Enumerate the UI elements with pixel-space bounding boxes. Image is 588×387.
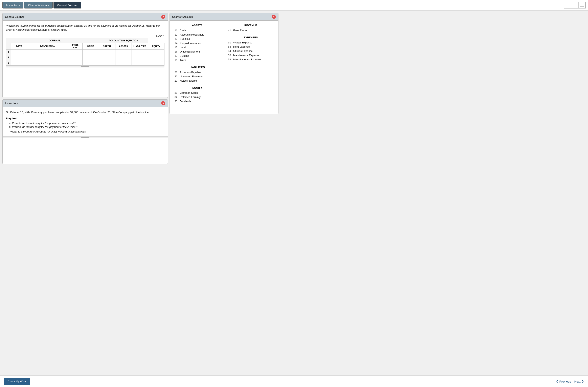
coa-exp-51: 51 Wages Expense <box>228 41 273 44</box>
instructions-scroll-handle <box>81 137 89 138</box>
credit-cell-3[interactable] <box>99 60 115 66</box>
coa-asset-16: 16 Office Equipment <box>174 50 220 53</box>
coa-equity-31-num: 31 <box>174 91 179 94</box>
journal-panel-body: Provide the journal entries for the purc… <box>3 21 168 71</box>
row-num-1: 1 <box>6 50 11 55</box>
postref-cell-2[interactable] <box>68 55 83 60</box>
equity-cell-2[interactable] <box>148 55 164 60</box>
date-cell-3[interactable] <box>11 60 27 66</box>
tab-instructions[interactable]: Instructions <box>2 2 23 8</box>
journal-panel-title: General Journal <box>5 15 24 18</box>
debit-cell-3[interactable] <box>83 60 99 66</box>
instructions-scrollbar[interactable] <box>3 136 168 138</box>
nav-right-controls <box>564 2 586 8</box>
journal-section-label: JOURNAL <box>11 38 99 43</box>
coa-liab-23-num: 23 <box>174 79 179 82</box>
instructions-panel-title: Instructions <box>5 102 18 105</box>
coa-liab-22-name: Unearned Revenue <box>180 75 203 78</box>
desc-cell-1[interactable] <box>27 50 68 55</box>
coa-asset-15: 15 Land <box>174 46 220 49</box>
coa-asset-18-num: 18 <box>174 59 179 62</box>
desc-cell-3[interactable] <box>27 60 68 66</box>
row-num-3: 3 <box>6 60 11 66</box>
coa-asset-11-num: 11 <box>174 29 179 32</box>
coa-equity-title: EQUITY <box>174 86 220 89</box>
journal-scrollbar[interactable] <box>6 66 165 68</box>
assets-cell-3[interactable] <box>115 60 132 66</box>
coa-exp-59-num: 59 <box>228 58 232 61</box>
instructions-list: a. Provide the journal entry for the pur… <box>9 122 165 128</box>
tab-general-journal[interactable]: General Journal <box>53 2 81 8</box>
journal-panel-close[interactable]: × <box>161 15 165 19</box>
coa-exp-51-name: Wages Expense <box>233 41 252 44</box>
instructions-panel-close[interactable]: × <box>161 101 165 105</box>
instructions-panel: Instructions × On October 10, Nikle Comp… <box>2 99 168 164</box>
coa-equity-31: 31 Common Stock <box>174 91 220 94</box>
coa-exp-53-num: 53 <box>228 45 232 48</box>
col-description: DESCRIPTION <box>27 43 68 50</box>
coa-rev-41-name: Fees Earned <box>233 29 248 32</box>
coa-expenses-section: EXPENSES 51 Wages Expense 53 Rent Expens… <box>228 36 273 61</box>
coa-exp-53-name: Rent Expense <box>233 45 250 48</box>
desc-cell-2[interactable] <box>27 55 68 60</box>
credit-cell-1[interactable] <box>99 50 115 55</box>
coa-liabilities-section: LIABILITIES 21 Accounts Payable 22 Unear… <box>174 66 220 82</box>
list-item-a-text: Provide the journal entry for the purcha… <box>12 122 75 125</box>
postref-cell-1[interactable] <box>68 50 83 55</box>
coa-asset-17-num: 17 <box>174 54 179 57</box>
equity-cell-1[interactable] <box>148 50 164 55</box>
previous-button[interactable]: ❮ Previous <box>556 380 571 383</box>
tab-chart-of-accounts[interactable]: Chart of Accounts <box>24 2 53 8</box>
assets-cell-2[interactable] <box>115 55 132 60</box>
date-cell-2[interactable] <box>11 55 27 60</box>
nav-square-btn-2[interactable] <box>571 2 578 8</box>
next-button[interactable]: Next ❯ <box>574 380 584 383</box>
coa-revenue-title: REVENUE <box>228 24 273 27</box>
coa-equity-33-num: 33 <box>174 100 179 103</box>
coa-liab-22: 22 Unearned Revenue <box>174 75 220 78</box>
coa-expenses-title: EXPENSES <box>228 36 273 39</box>
coa-asset-14-num: 14 <box>174 42 179 45</box>
check-my-work-button[interactable]: Check My Work <box>4 378 30 385</box>
assets-cell-1[interactable] <box>115 50 132 55</box>
debit-cell-1[interactable] <box>83 50 99 55</box>
hamburger-line-2 <box>580 5 584 5</box>
coa-asset-13-num: 13 <box>174 37 179 40</box>
coa-exp-54-num: 54 <box>228 49 232 52</box>
liabilities-cell-3[interactable] <box>132 60 148 66</box>
col-assets: ASSETS <box>115 43 132 50</box>
liabilities-cell-1[interactable] <box>132 50 148 55</box>
coa-equity-33: 33 Dividends <box>174 100 220 103</box>
nav-square-btn-1[interactable] <box>564 2 571 8</box>
coa-panel-close[interactable]: × <box>272 15 276 19</box>
list-item-b-letter: b. <box>9 125 12 128</box>
coa-exp-51-num: 51 <box>228 41 232 44</box>
coa-exp-55: 55 Maintenance Expense <box>228 54 273 57</box>
coa-panel-title: Chart of Accounts <box>172 15 193 18</box>
date-cell-1[interactable] <box>11 50 27 55</box>
coa-asset-13: 13 Supplies <box>174 37 220 40</box>
coa-liab-21: 21 Accounts Payable <box>174 71 220 74</box>
debit-cell-2[interactable] <box>83 55 99 60</box>
col-postref: POST. REF. <box>68 43 83 50</box>
journal-section-header: JOURNAL ACCOUNTING EQUATION <box>6 38 165 43</box>
coa-rev-41-num: 41 <box>228 29 232 32</box>
table-row: 3 <box>6 60 165 66</box>
coa-exp-54-name: Utilities Expense <box>233 49 253 52</box>
coa-exp-55-num: 55 <box>228 54 232 57</box>
prev-arrow-icon: ❮ <box>556 380 559 383</box>
credit-cell-2[interactable] <box>99 55 115 60</box>
coa-asset-14-name: Prepaid Insurance <box>180 42 201 45</box>
nav-menu-button[interactable] <box>578 2 586 8</box>
list-item-a-letter: a. <box>9 122 12 125</box>
liabilities-cell-2[interactable] <box>132 55 148 60</box>
postref-cell-3[interactable] <box>68 60 83 66</box>
coa-asset-12-num: 12 <box>174 33 179 36</box>
coa-liab-22-num: 22 <box>174 75 179 78</box>
equity-cell-3[interactable] <box>148 60 164 66</box>
coa-liabilities-title: LIABILITIES <box>174 66 220 69</box>
accounting-eq-label: ACCOUNTING EQUATION <box>99 38 148 43</box>
coa-asset-14: 14 Prepaid Insurance <box>174 42 220 45</box>
next-label: Next <box>574 380 581 383</box>
coa-asset-17: 17 Building <box>174 54 220 57</box>
